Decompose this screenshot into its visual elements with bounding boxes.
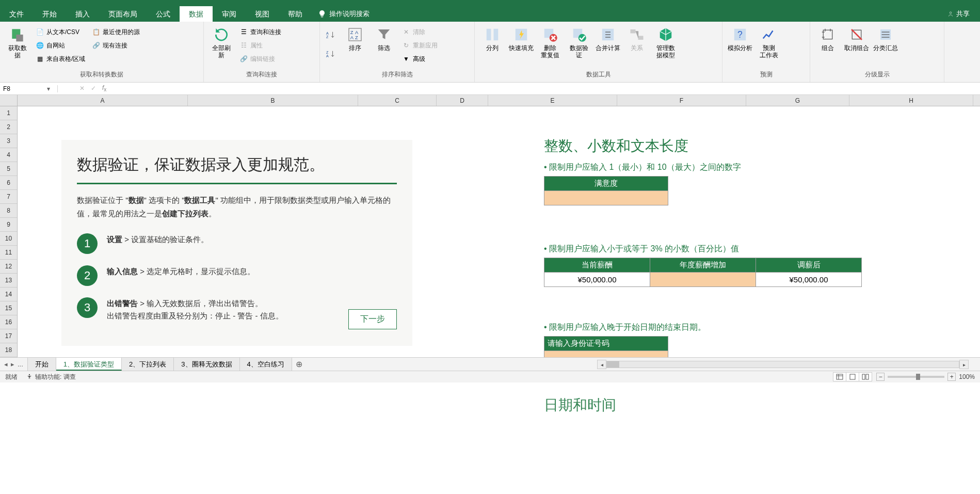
refresh-all-button[interactable]: 全部刷 新 — [208, 26, 235, 59]
data-model[interactable]: 管理数 据模型 — [652, 26, 679, 59]
zoom-in[interactable]: + — [947, 373, 956, 381]
filter-button[interactable]: 筛选 — [371, 26, 397, 52]
from-web[interactable]: 🌐自网站 — [33, 39, 87, 52]
tell-me-search[interactable]: 操作说明搜索 — [312, 9, 369, 19]
col-header-H[interactable]: H — [849, 95, 973, 106]
what-if[interactable]: ?模拟分析 — [727, 26, 753, 52]
tab-review[interactable]: 审阅 — [213, 6, 246, 22]
get-data-button[interactable]: 获取数 据 — [4, 26, 31, 59]
recent-sources[interactable]: 📋最近使用的源 — [89, 26, 142, 38]
tab-help[interactable]: 帮助 — [279, 6, 312, 22]
row-header-11[interactable]: 11 — [0, 246, 17, 260]
horizontal-scrollbar[interactable]: ◂ ▸ — [597, 360, 969, 369]
row-header-1[interactable]: 1 — [0, 106, 17, 120]
select-all-corner[interactable] — [0, 95, 18, 106]
satisfaction-input-cell[interactable] — [544, 191, 668, 205]
group-button[interactable]: 组合 — [814, 26, 841, 52]
sort-icon: ZAAZ — [346, 26, 364, 43]
row-header-15[interactable]: 15 — [0, 301, 17, 315]
consolidate[interactable]: 合并计算 — [595, 26, 621, 52]
row-header-2[interactable]: 2 — [0, 120, 17, 134]
reapply-filter[interactable]: ↻重新应用 — [399, 39, 440, 52]
text-to-columns[interactable]: 分列 — [479, 26, 506, 52]
svg-point-0 — [950, 12, 952, 14]
row-header-16[interactable]: 16 — [0, 315, 17, 329]
from-text-csv[interactable]: 📄从文本/CSV — [33, 26, 87, 38]
tab-file[interactable]: 文件 — [0, 6, 33, 22]
properties[interactable]: ☷属性 — [237, 39, 283, 52]
subtotal-icon — [877, 26, 894, 43]
sheet-nav-first[interactable]: ◂ — [4, 360, 8, 368]
sort-desc[interactable]: ZA — [324, 48, 340, 60]
name-box[interactable]: F8▾ — [0, 85, 58, 92]
row-header-4[interactable]: 4 — [0, 148, 17, 162]
scroll-left[interactable]: ◂ — [597, 360, 606, 369]
svg-point-25 — [29, 374, 30, 375]
zoom-slider[interactable] — [888, 376, 944, 378]
existing-connections[interactable]: 🔗现有连接 — [89, 39, 142, 52]
fx-icon[interactable]: fx — [102, 84, 106, 92]
remove-dup-icon — [541, 26, 559, 43]
sort-button[interactable]: ZAAZ排序 — [342, 26, 368, 52]
sheet-nav-prev[interactable]: ▸ — [11, 360, 14, 368]
col-header-F[interactable]: F — [617, 95, 746, 106]
sheet-tab-start[interactable]: 开始 — [27, 358, 56, 371]
from-table[interactable]: ▦来自表格/区域 — [33, 53, 87, 65]
advanced-filter[interactable]: ▼高级 — [399, 53, 440, 65]
row-header-5[interactable]: 5 — [0, 162, 17, 176]
relationships[interactable]: 关系 — [623, 26, 650, 52]
share-button[interactable]: 共享 — [947, 9, 970, 19]
col-header-G[interactable]: G — [746, 95, 849, 106]
cell-grid[interactable]: 数据验证，保证数据录入更加规范。 数据验证位于 "数据" 选项卡的 "数据工具"… — [18, 106, 980, 357]
tab-formulas[interactable]: 公式 — [147, 6, 180, 22]
tab-view[interactable]: 视图 — [246, 6, 279, 22]
ungroup-button[interactable]: 取消组合 — [843, 26, 870, 52]
row-header-17[interactable]: 17 — [0, 329, 17, 343]
accessibility-icon — [26, 373, 33, 380]
col-header-B[interactable]: B — [188, 95, 358, 106]
row-header-6[interactable]: 6 — [0, 176, 17, 190]
sheet-tab-2[interactable]: 2、下拉列表 — [122, 358, 174, 371]
col-header-A[interactable]: A — [18, 95, 188, 106]
subtotal-button[interactable]: 分类汇总 — [872, 26, 899, 52]
data-validation[interactable]: 数据验 证 — [566, 26, 592, 59]
col-header-E[interactable]: E — [488, 95, 617, 106]
sheet-tab-4[interactable]: 4、空白练习 — [240, 358, 292, 371]
row-header-8[interactable]: 8 — [0, 204, 17, 218]
zoom-value[interactable]: 100% — [959, 373, 975, 380]
col-header-D[interactable]: D — [437, 95, 488, 106]
tab-data[interactable]: 数据 — [180, 6, 213, 22]
chevron-down-icon[interactable]: ▾ — [47, 85, 54, 92]
raise-input-cell[interactable] — [650, 273, 756, 287]
row-header-13[interactable]: 13 — [0, 274, 17, 288]
tab-insert[interactable]: 插入 — [66, 6, 99, 22]
row-header-3[interactable]: 3 — [0, 134, 17, 148]
add-sheet-button[interactable]: ⊕ — [292, 359, 307, 369]
clear-filter[interactable]: ✕清除 — [399, 26, 440, 38]
row-header-9[interactable]: 9 — [0, 218, 17, 232]
tab-home[interactable]: 开始 — [33, 6, 66, 22]
sheet-nav-more[interactable]: ... — [18, 360, 23, 368]
sheet-tab-3[interactable]: 3、圈释无效数据 — [174, 358, 239, 371]
remove-duplicates[interactable]: 删除 重复值 — [537, 26, 564, 59]
properties-icon: ☷ — [239, 41, 248, 50]
row-header-18[interactable]: 18 — [0, 343, 17, 357]
sort-asc[interactable]: AZ — [324, 29, 340, 41]
tab-pagelayout[interactable]: 页面布局 — [99, 6, 147, 22]
row-header-12[interactable]: 12 — [0, 260, 17, 274]
accessibility-check[interactable]: 辅助功能: 调查 — [26, 373, 76, 381]
sheet-tab-1[interactable]: 1、数据验证类型 — [56, 358, 122, 371]
row-header-10[interactable]: 10 — [0, 232, 17, 246]
confirm-icon[interactable]: ✓ — [91, 85, 96, 92]
next-button[interactable]: 下一步 — [348, 309, 397, 329]
row-header-7[interactable]: 7 — [0, 190, 17, 204]
cancel-icon[interactable]: ✕ — [79, 85, 85, 92]
flash-fill[interactable]: 快速填充 — [508, 26, 535, 52]
scroll-right[interactable]: ▸ — [959, 360, 969, 369]
edit-links[interactable]: 🔗编辑链接 — [237, 53, 283, 65]
col-header-C[interactable]: C — [358, 95, 437, 106]
menu-tabs: 文件 开始 插入 页面布局 公式 数据 审阅 视图 帮助 操作说明搜索 共享 — [0, 6, 980, 22]
row-header-14[interactable]: 14 — [0, 288, 17, 301]
queries-connections[interactable]: ☰查询和连接 — [237, 26, 283, 38]
forecast-sheet[interactable]: 预测 工作表 — [756, 26, 782, 59]
